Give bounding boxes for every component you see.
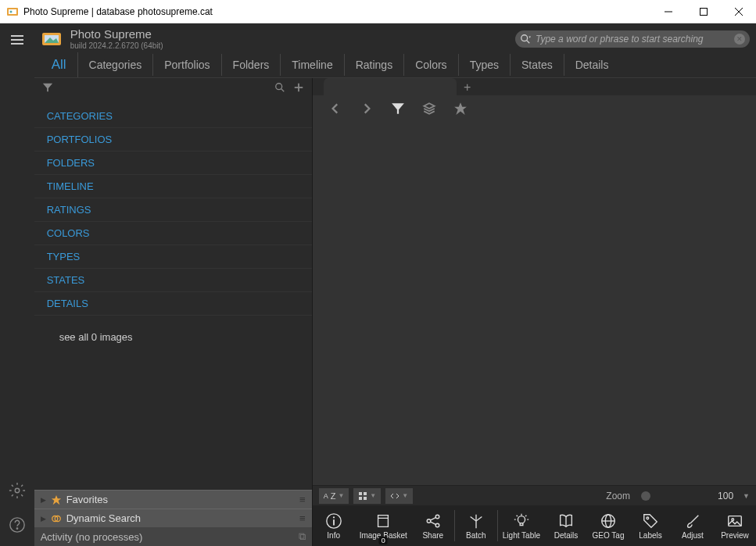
tab-portfolios[interactable]: Portfolios — [153, 54, 221, 76]
light-table-button[interactable]: Light Table — [498, 505, 545, 546]
help-button[interactable] — [9, 516, 26, 537]
search-clear-button[interactable]: ✕ — [734, 34, 745, 45]
window-maximize-button[interactable] — [686, 0, 721, 23]
nav-back-icon[interactable] — [328, 102, 342, 119]
filter-icon[interactable] — [42, 82, 53, 96]
sidebar-item-colors[interactable]: COLORS — [34, 222, 312, 245]
zoom-label: Zoom — [606, 491, 630, 501]
sidebar-item-timeline[interactable]: TIMELINE — [34, 175, 312, 198]
zoom-slider[interactable] — [641, 491, 650, 501]
app-icon — [6, 5, 19, 18]
add-icon[interactable] — [293, 82, 304, 96]
menu-button[interactable] — [9, 31, 26, 52]
app-logo-icon — [41, 28, 63, 50]
filter-toolbar-icon[interactable] — [391, 102, 405, 119]
svg-line-17 — [527, 41, 530, 44]
tab-colors[interactable]: Colors — [404, 54, 458, 76]
menu-icon[interactable]: ≡ — [299, 494, 306, 505]
chevron-right-icon: ▶ — [41, 515, 46, 523]
window-minimize-button[interactable] — [650, 0, 686, 23]
favorites-label: Favorites — [66, 494, 108, 505]
svg-point-46 — [518, 516, 525, 523]
bottom-toolbar: Info 0 Image Basket Share Batch — [313, 505, 756, 546]
sidebar-item-portfolios[interactable]: PORTFOLIOS — [34, 128, 312, 152]
svg-point-2 — [10, 10, 13, 12]
favorites-header[interactable]: ▶ Favorites ≡ — [34, 490, 312, 509]
search-sidebar-icon[interactable] — [274, 82, 285, 96]
sidebar-item-folders[interactable]: FOLDERS — [34, 152, 312, 175]
svg-line-43 — [470, 516, 475, 521]
settings-button[interactable] — [9, 482, 26, 502]
search-icon — [520, 34, 531, 45]
windmill-icon — [468, 512, 485, 530]
svg-line-41 — [430, 521, 435, 524]
content-area: + AAZZ▼ ▼ ▼ Zoom 100 — [313, 78, 756, 546]
sidebar-item-categories[interactable]: CATEGORIES — [34, 105, 312, 128]
app-title: Photo Supreme — [70, 28, 163, 41]
nav-tabs: All Categories Portfolios Folders Timeli… — [34, 52, 756, 78]
window-close-button[interactable] — [721, 0, 756, 23]
svg-point-38 — [435, 515, 439, 519]
svg-point-16 — [521, 35, 528, 41]
tag-icon — [642, 512, 659, 530]
nav-forward-icon[interactable] — [360, 102, 374, 119]
svg-rect-32 — [359, 497, 362, 500]
sort-button[interactable]: AAZZ▼ — [319, 488, 349, 504]
svg-point-12 — [16, 528, 17, 529]
info-button[interactable]: Info — [313, 505, 355, 546]
svg-point-51 — [647, 516, 649, 519]
window-title: Photo Supreme | database photosupreme.ca… — [23, 6, 650, 17]
popout-icon[interactable]: ⧉ — [299, 530, 306, 543]
app-header: Photo Supreme build 2024.2.2.6720 (64bit… — [34, 23, 756, 52]
brush-icon — [684, 512, 701, 530]
stack-icon[interactable] — [422, 102, 436, 119]
info-icon — [325, 512, 342, 530]
tab-details[interactable]: Details — [564, 54, 620, 76]
preview-button[interactable]: Preview — [714, 505, 756, 546]
search-box[interactable]: ✕ — [515, 30, 750, 48]
rings-icon — [51, 513, 62, 524]
sidebar-item-states[interactable]: STATES — [34, 269, 312, 292]
chevron-right-icon: ▶ — [41, 496, 46, 504]
star-icon — [51, 494, 62, 505]
content-tab[interactable] — [324, 78, 457, 95]
tab-folders[interactable]: Folders — [222, 54, 281, 76]
batch-button[interactable]: Batch — [455, 505, 497, 546]
svg-marker-28 — [424, 103, 435, 109]
sidebar: CATEGORIES PORTFOLIOS FOLDERS TIMELINE R… — [34, 78, 313, 546]
dynamic-search-label: Dynamic Search — [66, 512, 141, 524]
book-icon — [557, 512, 575, 530]
image-basket-button[interactable]: 0 Image Basket — [355, 505, 412, 546]
dynamic-search-header[interactable]: ▶ Dynamic Search ≡ — [34, 509, 312, 527]
star-toolbar-icon[interactable] — [453, 102, 468, 119]
tab-timeline[interactable]: Timeline — [281, 54, 344, 76]
tab-all[interactable]: All — [41, 52, 78, 77]
svg-marker-24 — [52, 494, 61, 504]
tab-types[interactable]: Types — [459, 54, 511, 76]
see-all-link[interactable]: see all 0 images — [34, 316, 312, 343]
tab-categories[interactable]: Categories — [78, 54, 154, 76]
zoom-dropdown-icon[interactable]: ▼ — [743, 492, 750, 500]
sidebar-item-ratings[interactable]: RATINGS — [34, 198, 312, 222]
sidebar-item-details[interactable]: DETAILS — [34, 292, 312, 316]
tab-states[interactable]: States — [511, 54, 564, 76]
view-controls-bar: AAZZ▼ ▼ ▼ Zoom 100 ▼ — [313, 485, 756, 505]
globe-icon — [600, 512, 617, 530]
basket-icon — [374, 512, 392, 530]
add-tab-button[interactable]: + — [457, 80, 478, 95]
svg-marker-27 — [392, 103, 404, 114]
details-button[interactable]: Details — [545, 505, 587, 546]
activity-bar: Activity (no processes) ⧉ — [34, 527, 312, 546]
sidebar-item-types[interactable]: TYPES — [34, 245, 312, 269]
share-button[interactable]: Share — [412, 505, 454, 546]
code-view-button[interactable]: ▼ — [385, 488, 413, 504]
geo-tag-button[interactable]: GEO Tag — [587, 505, 629, 546]
menu-icon[interactable]: ≡ — [299, 512, 306, 524]
search-input[interactable] — [536, 34, 729, 45]
labels-button[interactable]: Labels — [629, 505, 672, 546]
grid-view-button[interactable]: ▼ — [353, 488, 381, 504]
tab-ratings[interactable]: Ratings — [345, 54, 404, 76]
svg-marker-29 — [454, 102, 467, 115]
adjust-button[interactable]: Adjust — [672, 505, 714, 546]
svg-point-35 — [333, 516, 335, 518]
